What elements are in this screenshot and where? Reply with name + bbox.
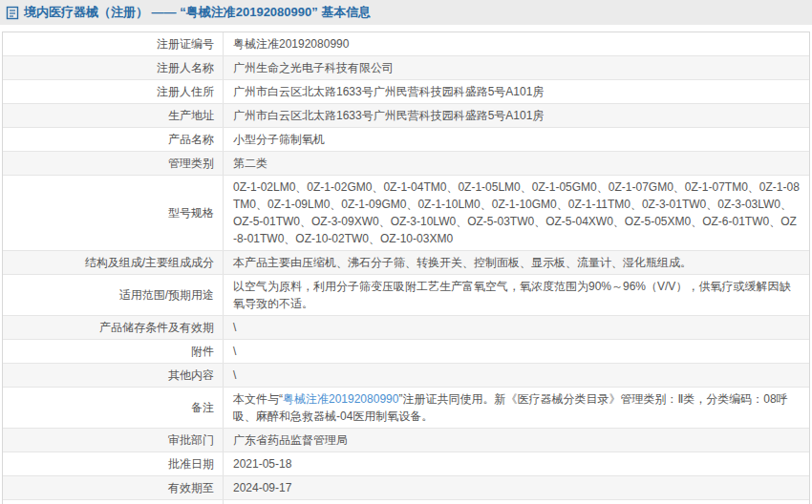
remarks-certificate-link[interactable]: 粤械注准20192080990 <box>283 392 398 406</box>
row-label: 结构及组成/主要组成成分 <box>3 251 224 274</box>
row-approval-department: 审批部门 广东省药品监督管理局 <box>3 429 809 452</box>
row-value: 第二类 <box>233 155 267 172</box>
row-remarks: 备注 本文件与“粤械注准20192080990”注册证共同使用。新《医疗器械分类… <box>3 388 809 429</box>
row-label: 其他内容 <box>3 364 224 387</box>
row-label: 变更情况 <box>3 500 224 504</box>
row-model-specs: 型号规格 0Z-1-02LM0、0Z-1-02GM0、0Z-1-04TM0、0Z… <box>3 176 809 251</box>
row-registrant-address: 注册人住所 广州市白云区北太路1633号广州民营科技园科盛路5号A101房 <box>3 80 809 104</box>
row-other-content: 其他内容 \ <box>3 364 809 388</box>
row-value: 粤械注准20192080990 <box>233 35 349 52</box>
row-composition: 结构及组成/主要组成成分 本产品主要由压缩机、沸石分子筛、转换开关、控制面板、显… <box>3 251 809 275</box>
row-value: 以空气为原料，利用分子筛变压吸附工艺生产富氧空气，氧浓度范围为90%～96%（V… <box>233 278 800 312</box>
row-management-category: 管理类别 第二类 <box>3 152 809 176</box>
row-label: 有效期至 <box>3 476 224 499</box>
row-label: 批准日期 <box>3 452 224 475</box>
registration-info-table: 注册证编号 粤械注准20192080990 注册人名称 广州生命之光电子科技有限… <box>2 32 810 504</box>
row-value: 2021-05-18 <box>233 455 291 472</box>
remarks-text-before: 本文件与“ <box>233 392 283 406</box>
row-value: 广州生命之光电子科技有限公司 <box>233 59 394 76</box>
row-label: 审批部门 <box>3 429 224 452</box>
row-value: 本产品主要由压缩机、沸石分子筛、转换开关、控制面板、显示板、流量计、湿化瓶组成。 <box>233 254 692 271</box>
row-label: 注册人名称 <box>3 56 224 79</box>
row-registrant-name: 注册人名称 广州生命之光电子科技有限公司 <box>3 56 809 80</box>
row-label: 备注 <box>3 388 224 428</box>
row-value: 0Z-1-02LM0、0Z-1-02GM0、0Z-1-04TM0、0Z-1-05… <box>233 178 800 247</box>
row-label: 管理类别 <box>3 152 224 175</box>
row-approval-date: 批准日期 2021-05-18 <box>3 452 809 476</box>
row-value: 2024-09-17 <box>233 479 291 496</box>
row-attachments: 附件 \ <box>3 340 809 364</box>
row-valid-until: 有效期至 2024-09-17 <box>3 476 809 500</box>
document-icon <box>6 6 19 20</box>
row-label: 注册证编号 <box>3 32 224 55</box>
row-change-status: 变更情况 <box>3 500 809 504</box>
page-header: 境内医疗器械（注册） —— “粤械注准20192080990” 基本信息 <box>0 0 812 25</box>
row-product-name: 产品名称 小型分子筛制氧机 <box>3 128 809 152</box>
row-production-address: 生产地址 广州市白云区北太路1633号广州民营科技园科盛路5号A101房 <box>3 104 809 128</box>
row-label: 型号规格 <box>3 176 224 250</box>
row-label: 产品储存条件及有效期 <box>3 316 224 339</box>
row-value: 广州市白云区北太路1633号广州民营科技园科盛路5号A101房 <box>233 83 544 100</box>
row-value: 本文件与“粤械注准20192080990”注册证共同使用。新《医疗器械分类目录》… <box>233 390 800 425</box>
row-value: 小型分子筛制氧机 <box>233 131 325 148</box>
page-title: 境内医疗器械（注册） —— “粤械注准20192080990” 基本信息 <box>24 4 371 21</box>
row-label: 产品名称 <box>3 128 224 151</box>
row-value: 广东省药品监督管理局 <box>233 431 348 449</box>
row-value: 广州市白云区北太路1633号广州民营科技园科盛路5号A101房 <box>233 107 544 124</box>
row-storage-conditions: 产品储存条件及有效期 \ <box>3 316 809 340</box>
row-label: 注册人住所 <box>3 80 224 103</box>
row-value: \ <box>233 319 236 336</box>
row-label: 适用范围/预期用途 <box>3 275 224 315</box>
row-certificate-number: 注册证编号 粤械注准20192080990 <box>3 32 809 56</box>
row-value: \ <box>233 343 236 360</box>
row-value: \ <box>233 367 236 384</box>
row-intended-use: 适用范围/预期用途 以空气为原料，利用分子筛变压吸附工艺生产富氧空气，氧浓度范围… <box>3 275 809 316</box>
row-label: 生产地址 <box>3 104 224 127</box>
row-label: 附件 <box>3 340 224 363</box>
